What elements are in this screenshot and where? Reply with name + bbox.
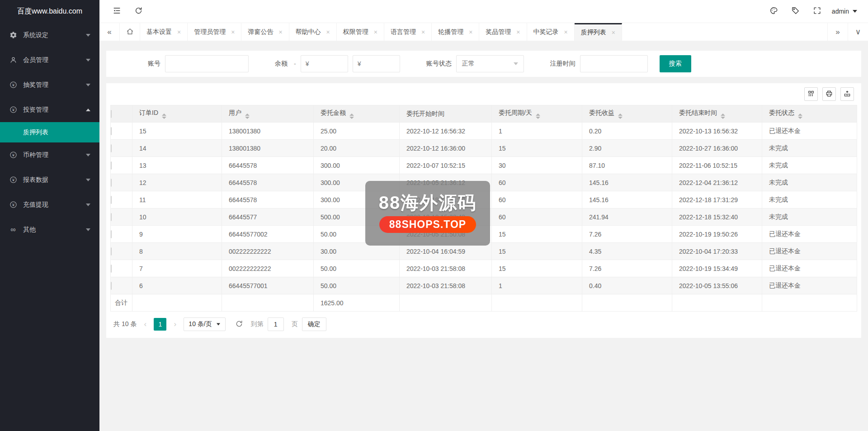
sort-asc-icon [798, 114, 802, 116]
tab-item[interactable]: 权限管理× [337, 23, 384, 41]
close-icon[interactable]: × [374, 28, 377, 36]
row-checkbox[interactable] [111, 282, 112, 290]
column-header: 委托开始时间 [400, 105, 492, 123]
close-icon[interactable]: × [177, 28, 181, 36]
cell-profit: 2.90 [582, 140, 672, 157]
sort-icon[interactable] [245, 114, 250, 119]
double-chevron-left-icon: « [107, 28, 111, 37]
cell-user: 66445578 [222, 174, 314, 191]
chevron-down-icon [514, 62, 518, 65]
balance-min-input[interactable] [301, 55, 348, 72]
row-checkbox[interactable] [111, 247, 112, 256]
cell-user: 002222222222 [222, 243, 314, 260]
columns-filter-button[interactable] [804, 87, 818, 101]
fullscreen-button[interactable] [807, 0, 828, 23]
sidebar-item[interactable]: ¥投资管理 [0, 97, 99, 122]
close-icon[interactable]: × [421, 28, 425, 36]
sidebar-item[interactable]: 系统设定 [0, 23, 99, 47]
sidebar-item[interactable]: ∞其他 [0, 217, 99, 242]
search-button[interactable]: 搜索 [660, 55, 691, 72]
cell-status: 已退还本金 [762, 123, 857, 140]
account-input[interactable] [165, 55, 249, 72]
close-icon[interactable]: × [516, 28, 520, 36]
tab-home[interactable] [120, 23, 140, 41]
column-header: 委托周期/天 [492, 105, 582, 123]
tab-item[interactable]: 语言管理× [384, 23, 432, 41]
cell-status: 已退还本金 [762, 226, 857, 243]
cell-start-time: 2022-10-12 16:36:00 [400, 140, 492, 157]
cell-period-days: 15 [492, 260, 582, 277]
row-checkbox[interactable] [111, 144, 112, 152]
tab-item[interactable]: 基本设置× [140, 23, 188, 41]
row-checkbox[interactable] [111, 179, 112, 187]
user-icon [9, 56, 17, 64]
close-icon[interactable]: × [612, 29, 615, 36]
current-page-button[interactable]: 1 [154, 318, 166, 331]
print-button[interactable] [822, 87, 836, 101]
column-header: 委托金额 [314, 105, 400, 123]
tab-item[interactable]: 质押列表× [575, 23, 622, 41]
row-checkbox[interactable] [111, 230, 112, 238]
sidebar-item[interactable]: ¥报表数据 [0, 167, 99, 192]
sort-asc-icon [536, 114, 540, 116]
user-menu[interactable]: admin [832, 8, 857, 15]
sidebar-item[interactable]: ¥抽奖管理 [0, 72, 99, 97]
collapse-menu-button[interactable] [106, 0, 127, 23]
refresh-button[interactable] [127, 0, 149, 23]
close-icon[interactable]: × [278, 28, 282, 36]
sort-icon[interactable] [536, 114, 540, 119]
cell-status: 未完成 [762, 157, 857, 174]
sort-icon[interactable] [721, 114, 725, 119]
tabs-scroll-left-button[interactable]: « [99, 23, 120, 41]
regtime-input[interactable] [580, 55, 648, 72]
sort-icon[interactable] [798, 114, 802, 119]
select-all-checkbox[interactable] [111, 110, 112, 118]
column-header-label: 委托结束时间 [679, 109, 717, 116]
cell-user: 138001380 [222, 140, 314, 157]
tab-label: 奖品管理 [486, 28, 511, 36]
row-checkbox[interactable] [111, 265, 112, 273]
close-icon[interactable]: × [326, 28, 330, 36]
tab-label: 帮助中心 [296, 28, 321, 36]
goto-confirm-button[interactable]: 确定 [302, 317, 326, 331]
row-checkbox[interactable] [111, 127, 112, 135]
close-icon[interactable]: × [231, 28, 235, 36]
tab-item[interactable]: 帮助中心× [289, 23, 337, 41]
tab-item[interactable]: 奖品管理× [479, 23, 527, 41]
tab-item[interactable]: 轮播管理× [432, 23, 479, 41]
chevron-down-icon [86, 179, 90, 181]
close-icon[interactable]: × [469, 28, 472, 36]
balance-max-input[interactable] [353, 55, 400, 72]
row-checkbox[interactable] [111, 213, 112, 221]
row-checkbox[interactable] [111, 196, 112, 204]
sidebar-item[interactable]: ¥充值提现 [0, 192, 99, 217]
theme-button[interactable] [763, 0, 785, 23]
empty-cell [132, 294, 222, 312]
prev-page-button[interactable]: ‹ [141, 320, 150, 329]
tabs-scroll-right-button[interactable]: » [827, 23, 848, 41]
goto-page-input[interactable] [268, 317, 284, 331]
sidebar-item[interactable]: 会员管理 [0, 47, 99, 72]
tab-item[interactable]: 管理员管理× [188, 23, 241, 41]
sidebar-item[interactable]: ¥币种管理 [0, 142, 99, 167]
cell-start-time: 2022-10-03 21:58:08 [400, 277, 492, 294]
sidebar-item-label: 报表数据 [23, 176, 48, 184]
pagination-refresh-button[interactable] [235, 320, 243, 329]
tab-item[interactable]: 中奖记录× [527, 23, 575, 41]
export-button[interactable] [840, 87, 854, 101]
sort-icon[interactable] [349, 114, 354, 119]
sort-icon[interactable] [618, 114, 623, 119]
page-size-select[interactable]: 10 条/页 [184, 317, 225, 331]
tab-item[interactable]: 弹窗公告× [241, 23, 289, 41]
cell-amount: 20.00 [314, 140, 400, 157]
sort-asc-icon [618, 114, 623, 116]
row-checkbox[interactable] [111, 161, 112, 170]
sidebar-subitem[interactable]: 质押列表 [0, 122, 99, 142]
status-select[interactable]: 正常 [456, 55, 524, 72]
sort-icon[interactable] [162, 114, 166, 119]
tabs-menu-button[interactable]: ∨ [848, 23, 868, 41]
sort-asc-icon [721, 114, 725, 116]
next-page-button[interactable]: › [170, 320, 179, 329]
close-icon[interactable]: × [564, 28, 568, 36]
tag-button[interactable] [785, 0, 807, 23]
